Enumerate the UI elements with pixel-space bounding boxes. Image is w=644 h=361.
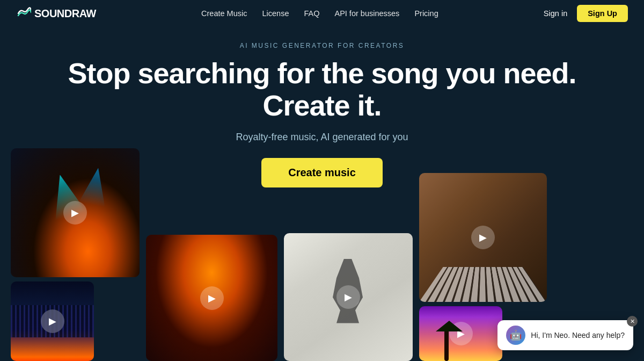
play-button-dancer[interactable]: ▶ (336, 285, 360, 309)
play-button-palm[interactable]: ▶ (449, 322, 473, 345)
neo-avatar: 🤖 (506, 326, 525, 345)
gallery-card-disco[interactable]: ▶ (146, 235, 277, 361)
nav-license[interactable]: License (262, 9, 289, 18)
nav-links: Create Music License FAQ API for busines… (201, 9, 438, 18)
nav-pricing[interactable]: Pricing (414, 9, 438, 18)
nav-faq[interactable]: FAQ (304, 9, 319, 18)
chat-greeting: Hi, I'm Neo. Need any help? (531, 331, 625, 340)
sign-up-button[interactable]: Sign Up (577, 5, 628, 22)
hero-section: AI MUSIC GENERATOR FOR CREATORS Stop sea… (0, 27, 644, 204)
nav-create-music[interactable]: Create Music (201, 9, 247, 18)
ai-tag-text: AI MUSIC GENERATOR FOR CREATORS (240, 42, 405, 49)
nav-right: Sign in Sign Up (544, 5, 628, 22)
play-button-concert[interactable]: ▶ (63, 201, 87, 225)
chat-bubble: ✕ 🤖 Hi, I'm Neo. Need any help? (497, 320, 633, 350)
ai-tag: AI MUSIC GENERATOR FOR CREATORS (0, 42, 644, 49)
hero-title-line1: Stop searching for the song you need. (68, 57, 576, 89)
create-music-button[interactable]: Create music (261, 158, 383, 187)
gallery-card-palm[interactable]: ▶ (419, 306, 502, 361)
navigation: SOUNDRAW Create Music License FAQ API fo… (0, 0, 644, 27)
hero-subtitle: Royalty-free music, AI generated for you (0, 132, 644, 143)
gallery-card-dancer[interactable]: ▶ (284, 233, 413, 361)
hero-title-line2: Create it. (262, 89, 381, 121)
gallery-col-center: ▶ (146, 235, 277, 361)
nav-api[interactable]: API for businesses (334, 9, 399, 18)
play-button-city[interactable]: ▶ (41, 309, 64, 333)
logo-icon (16, 6, 31, 21)
chat-close-button[interactable]: ✕ (627, 316, 638, 327)
sign-in-link[interactable]: Sign in (544, 9, 567, 18)
play-button-disco[interactable]: ▶ (200, 286, 224, 310)
gallery-col-dancer: ▶ (284, 233, 413, 361)
hero-title: Stop searching for the song you need. Cr… (0, 57, 644, 122)
logo[interactable]: SOUNDRAW (16, 6, 96, 21)
logo-text: SOUNDRAW (34, 8, 96, 20)
gallery-card-city[interactable]: ▶ (11, 281, 94, 361)
play-button-piano[interactable]: ▶ (471, 226, 495, 249)
